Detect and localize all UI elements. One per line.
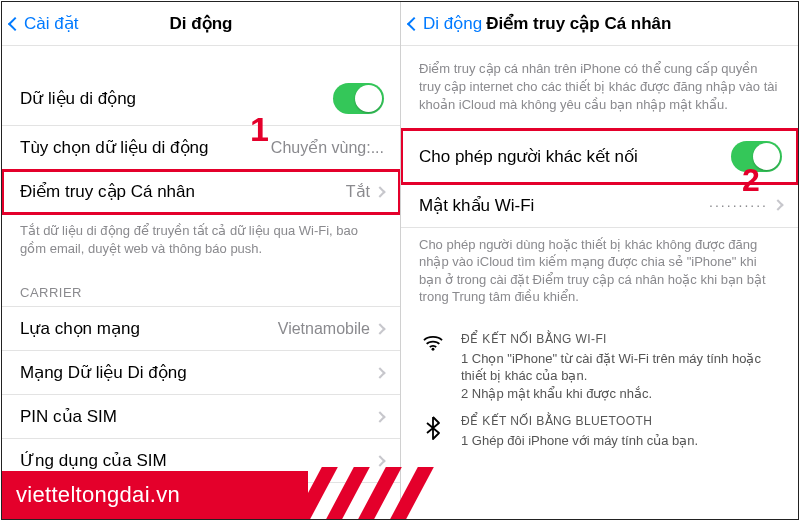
chevron-right-icon — [374, 186, 385, 197]
right-content: Điểm truy cập cá nhân trên iPhone có thể… — [401, 46, 798, 519]
hotspot-value: Tắt — [346, 182, 370, 201]
wifi-instr-title: ĐỂ KẾT NỐI BẰNG WI-FI — [461, 332, 780, 346]
allow-others-label: Cho phép người khác kết nối — [419, 146, 638, 167]
chevron-right-icon — [374, 411, 385, 422]
instructions-section: ĐỂ KẾT NỐI BẰNG WI-FI 1 Chọn "iPhone" từ… — [401, 316, 798, 452]
cellular-data-toggle[interactable] — [333, 83, 384, 114]
right-pane: Di động Điểm truy cập Cá nhân Điểm truy … — [400, 2, 798, 519]
bluetooth-icon — [419, 414, 447, 450]
row-cellular-network[interactable]: Mạng Dữ liệu Di động — [2, 351, 400, 395]
chevron-right-icon — [374, 367, 385, 378]
row-sim-apps[interactable]: Ứng dụng của SIM — [2, 439, 400, 483]
row-allow-others[interactable]: Cho phép người khác kết nối — [401, 129, 798, 184]
wifi-password-value: ·········· — [709, 197, 768, 213]
carrier-header: CARRIER — [2, 267, 400, 306]
cellular-network-label: Mạng Dữ liệu Di động — [20, 362, 187, 383]
nav-title-right: Điểm truy cập Cá nhân — [486, 13, 671, 34]
chevron-left-icon — [407, 16, 421, 30]
left-pane: Cài đặt Di động Dữ liệu di động Tùy chọn… — [2, 2, 400, 519]
data-options-value: Chuyển vùng:... — [271, 138, 384, 157]
back-button-left[interactable]: Cài đặt — [10, 13, 78, 34]
row-wifi-password[interactable]: Mật khẩu Wi-Fi ·········· — [401, 184, 798, 228]
sim-pin-label: PIN của SIM — [20, 406, 117, 427]
chevron-right-icon — [772, 199, 783, 210]
bt-instr-title: ĐỂ KẾT NỐI BẰNG BLUETOOTH — [461, 414, 780, 428]
bt-step-1: 1 Ghép đôi iPhone với máy tính của bạn. — [461, 432, 780, 450]
data-options-label: Tùy chọn dữ liệu di động — [20, 137, 208, 158]
cellular-footer-note: Tắt dữ liệu di động để truyền tất cả dữ … — [2, 214, 400, 267]
network-selection-label: Lựa chọn mạng — [20, 318, 140, 339]
wifi-step-1: 1 Chọn "iPhone" từ cài đặt Wi-Fi trên má… — [461, 350, 780, 385]
chevron-left-icon — [8, 16, 22, 30]
back-label: Cài đặt — [24, 13, 78, 34]
row-sim-pin[interactable]: PIN của SIM — [2, 395, 400, 439]
nav-bar-right: Di động Điểm truy cập Cá nhân — [401, 2, 798, 46]
back-label: Di động — [423, 13, 482, 34]
wifi-step-2: 2 Nhập mật khẩu khi được nhắc. — [461, 385, 780, 403]
row-data-options[interactable]: Tùy chọn dữ liệu di động Chuyển vùng:... — [2, 126, 400, 170]
row-personal-hotspot[interactable]: Điểm truy cập Cá nhân Tắt — [2, 170, 400, 214]
network-selection-value: Vietnamobile — [278, 320, 370, 338]
svg-point-0 — [432, 348, 435, 351]
chevron-right-icon — [374, 323, 385, 334]
wifi-icon — [419, 332, 447, 403]
hotspot-header-note: Điểm truy cập cá nhân trên iPhone có thể… — [401, 46, 798, 129]
allow-others-toggle[interactable] — [731, 141, 782, 172]
wifi-instructions: ĐỂ KẾT NỐI BẰNG WI-FI 1 Chọn "iPhone" từ… — [419, 322, 780, 405]
row-cellular-data[interactable]: Dữ liệu di động — [2, 72, 400, 126]
bluetooth-instructions: ĐỂ KẾT NỐI BẰNG BLUETOOTH 1 Ghép đôi iPh… — [419, 404, 780, 452]
allow-others-note: Cho phép người dùng hoặc thiết bị khác k… — [401, 228, 798, 316]
row-network-selection[interactable]: Lựa chọn mạng Vietnamobile — [2, 306, 400, 351]
cellular-data-label: Dữ liệu di động — [20, 88, 136, 109]
hotspot-label: Điểm truy cập Cá nhân — [20, 181, 195, 202]
sim-apps-label: Ứng dụng của SIM — [20, 450, 167, 471]
left-content: Dữ liệu di động Tùy chọn dữ liệu di động… — [2, 46, 400, 519]
nav-bar-left: Cài đặt Di động — [2, 2, 400, 46]
chevron-right-icon — [374, 455, 385, 466]
wifi-password-label: Mật khẩu Wi-Fi — [419, 195, 534, 216]
back-button-right[interactable]: Di động — [409, 13, 482, 34]
